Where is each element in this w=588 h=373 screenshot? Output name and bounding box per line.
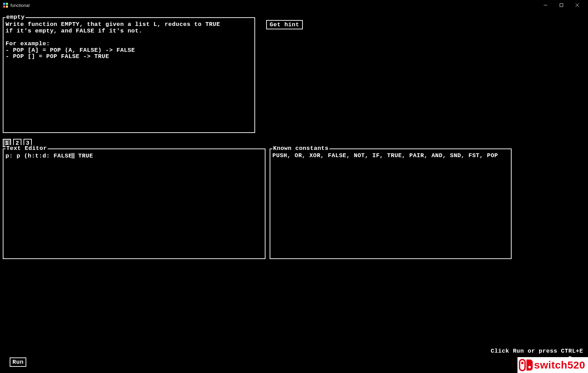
known-constants-title: Known constants: [272, 145, 329, 152]
svg-point-9: [521, 362, 524, 364]
watermark-text: switch520: [534, 359, 585, 371]
app-icon: [3, 2, 8, 8]
editor-text-before: p: p (h:t:d: FALSE: [6, 153, 72, 159]
description-panel: empty Write function EMPTY, that given a…: [3, 17, 255, 133]
game-area: empty Write function EMPTY, that given a…: [0, 10, 588, 373]
svg-rect-1: [6, 3, 8, 5]
svg-rect-8: [520, 360, 525, 371]
window-titlebar: functional: [0, 0, 588, 10]
watermark: switch520: [517, 357, 588, 373]
svg-rect-2: [3, 6, 5, 8]
svg-rect-5: [560, 4, 563, 7]
minimize-button[interactable]: [538, 0, 553, 10]
svg-rect-3: [6, 6, 8, 8]
svg-point-10: [529, 366, 531, 369]
window-title: functional: [10, 3, 30, 8]
text-editor-panel[interactable]: Text Editor p: p (h:t:d: FALSE TRUE: [3, 149, 265, 259]
description-text: Write function EMPTY, that given a list …: [6, 21, 252, 60]
get-hint-button[interactable]: Get hint: [266, 20, 303, 29]
editor-content[interactable]: p: p (h:t:d: FALSE TRUE: [6, 153, 263, 160]
text-editor-title: Text Editor: [6, 145, 48, 152]
run-button[interactable]: Run: [10, 357, 26, 367]
maximize-button[interactable]: [553, 0, 569, 10]
switch-icon: [519, 358, 533, 372]
editor-text-after: TRUE: [75, 153, 93, 159]
svg-rect-0: [3, 3, 5, 5]
text-cursor: [72, 153, 75, 159]
description-title: empty: [6, 14, 26, 20]
window-controls: [538, 0, 585, 10]
known-constants-panel: Known constants PUSH, OR, XOR, FALSE, NO…: [270, 149, 512, 259]
close-button[interactable]: [569, 0, 585, 10]
known-constants-text: PUSH, OR, XOR, FALSE, NOT, IF, TRUE, PAI…: [272, 153, 509, 159]
